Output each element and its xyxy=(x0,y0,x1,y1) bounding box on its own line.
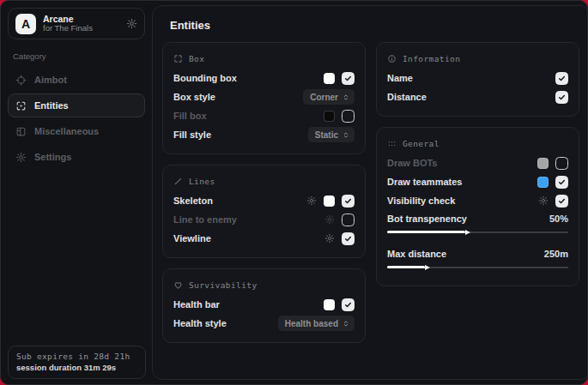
bot-transparency-slider[interactable] xyxy=(387,228,568,236)
sidebar-item-aimbot[interactable]: Aimbot xyxy=(8,68,145,92)
draw-teammates-checkbox[interactable] xyxy=(555,176,568,189)
right-column: Information Name Distance xyxy=(376,42,579,286)
row-draw-teammates: Draw teammates xyxy=(387,172,568,191)
sidebar-item-settings[interactable]: Settings xyxy=(8,145,145,169)
slider-fill xyxy=(387,231,465,233)
gear-icon[interactable] xyxy=(324,233,335,244)
info-icon xyxy=(387,54,397,63)
color-swatch[interactable] xyxy=(324,196,335,207)
row-health-style: Health style Health based xyxy=(173,314,355,333)
card-lines: Lines Skeleton Line to enemy xyxy=(162,165,366,258)
health-bar-checkbox[interactable] xyxy=(342,298,355,311)
fill-box-checkbox[interactable] xyxy=(342,110,355,123)
row-bot-transparency: Bot transpenency 50% xyxy=(387,210,568,227)
chevrons-up-down-icon xyxy=(342,320,349,328)
app-header: A Arcane for The Finals xyxy=(8,8,145,39)
color-swatch[interactable] xyxy=(537,177,549,188)
row-bounding-box: Bounding box xyxy=(173,69,355,87)
row-max-distance: Max distance 250m xyxy=(387,245,568,262)
slider-fill xyxy=(387,266,425,268)
viewline-checkbox[interactable] xyxy=(342,232,355,245)
gear-icon[interactable] xyxy=(324,214,335,225)
card-survivability: Survivability Health bar Health style He… xyxy=(162,268,366,343)
row-line-to-enemy: Line to enemy xyxy=(173,210,355,229)
main-panel: Entities Box Bounding box xyxy=(152,5,588,380)
app-subtitle: for The Finals xyxy=(43,24,119,33)
color-swatch[interactable] xyxy=(324,111,335,122)
scan-icon xyxy=(173,54,183,63)
row-fill-style: Fill style Static xyxy=(173,125,355,144)
chevrons-up-down-icon xyxy=(342,131,349,139)
left-column: Box Bounding box Box style Corner xyxy=(162,42,366,343)
scan-icon xyxy=(15,100,27,111)
color-swatch[interactable] xyxy=(324,73,335,84)
sidebar-item-entities[interactable]: Entities xyxy=(8,93,145,117)
sub-expiry-text: Sub expires in 28d 21h xyxy=(16,352,137,361)
sidebar-item-miscellaneous[interactable]: Miscellaneous xyxy=(8,119,145,143)
heart-icon xyxy=(173,280,183,290)
card-information: Information Name Distance xyxy=(376,42,579,117)
app-window: A Arcane for The Finals Category Aimbot xyxy=(0,0,588,385)
subscription-box: Sub expires in 28d 21h session duration … xyxy=(8,346,146,379)
row-distance: Distance xyxy=(387,87,568,106)
page-title: Entities xyxy=(170,19,579,32)
row-visibility-check: Visibility check xyxy=(387,191,568,210)
gear-icon[interactable] xyxy=(306,196,317,206)
health-style-dropdown[interactable]: Health based xyxy=(278,316,355,331)
fill-style-dropdown[interactable]: Static xyxy=(308,127,355,142)
bot-transparency-value: 50% xyxy=(549,214,568,224)
row-box-style: Box style Corner xyxy=(173,87,355,106)
crosshair-icon xyxy=(15,75,27,86)
card-title: Information xyxy=(403,54,460,63)
card-title: General xyxy=(403,139,439,148)
box-style-dropdown[interactable]: Corner xyxy=(303,89,355,105)
color-swatch[interactable] xyxy=(537,158,549,169)
app-logo: A xyxy=(15,14,36,34)
row-draw-bots: Draw BOTs xyxy=(387,153,568,172)
row-name: Name xyxy=(387,69,568,87)
gear-icon xyxy=(15,152,27,163)
max-distance-slider[interactable] xyxy=(387,263,568,271)
line-icon xyxy=(173,177,183,186)
sidebar-item-label: Settings xyxy=(34,152,71,162)
category-label: Category xyxy=(13,51,152,61)
sidebar-item-label: Aimbot xyxy=(34,75,67,85)
visibility-check-checkbox[interactable] xyxy=(555,195,568,208)
card-title: Survivability xyxy=(189,280,258,290)
sidebar-item-label: Miscellaneous xyxy=(34,126,99,136)
table-icon xyxy=(387,139,397,148)
card-box: Box Bounding box Box style Corner xyxy=(162,42,366,154)
row-viewline: Viewline xyxy=(173,229,355,248)
bounding-box-checkbox[interactable] xyxy=(342,72,355,85)
session-duration-text: session duration 31m 29s xyxy=(16,363,137,372)
row-fill-box: Fill box xyxy=(173,106,355,125)
max-distance-value: 250m xyxy=(544,249,568,259)
draw-bots-checkbox[interactable] xyxy=(555,157,568,170)
sidebar: A Arcane for The Finals Category Aimbot xyxy=(1,1,152,384)
row-skeleton: Skeleton xyxy=(173,191,355,210)
sidebar-nav: Aimbot Entities Miscellaneous Settings xyxy=(1,68,152,169)
layout-icon xyxy=(15,126,27,137)
color-swatch[interactable] xyxy=(324,299,335,310)
sidebar-item-label: Entities xyxy=(34,100,69,111)
header-gear-button[interactable] xyxy=(126,18,137,29)
card-general: General Draw BOTs Draw teammates xyxy=(376,127,579,286)
chevrons-up-down-icon xyxy=(342,93,349,101)
skeleton-checkbox[interactable] xyxy=(342,195,355,208)
card-title: Lines xyxy=(189,177,215,186)
card-title: Box xyxy=(189,54,204,63)
name-checkbox[interactable] xyxy=(555,72,568,85)
line-to-enemy-checkbox[interactable] xyxy=(342,214,355,226)
gear-icon[interactable] xyxy=(538,196,549,206)
distance-checkbox[interactable] xyxy=(555,91,568,104)
row-health-bar: Health bar xyxy=(173,295,355,314)
